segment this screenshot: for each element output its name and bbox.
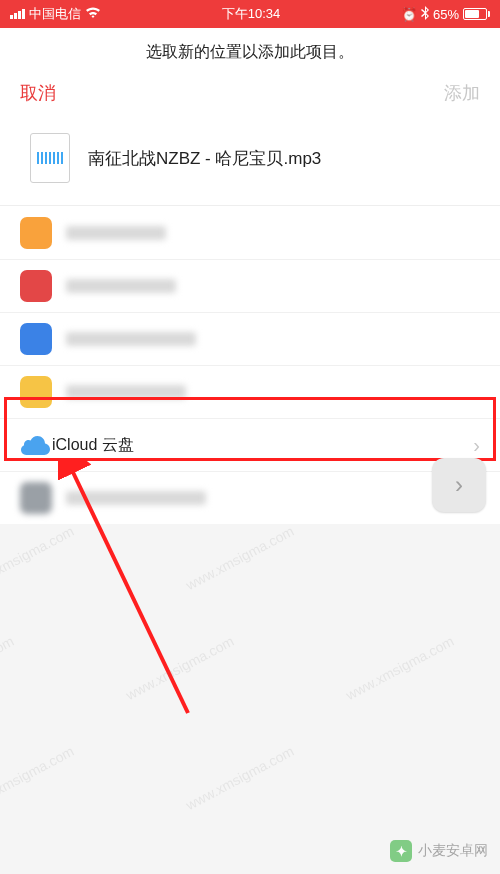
watermark-diagonal: www.xmsigma.com www.xmsigma.com www.xmsi…: [0, 520, 500, 814]
page-title: 选取新的位置以添加此项目。: [0, 28, 500, 73]
status-bar: 中国电信 下午10:34 ⏰ 65%: [0, 0, 500, 28]
battery-percent: 65%: [433, 7, 459, 22]
clock: 下午10:34: [222, 5, 281, 23]
watermark-brand: 小麦安卓网: [418, 842, 488, 860]
icloud-label: iCloud 云盘: [52, 435, 473, 456]
wifi-icon: [85, 7, 101, 22]
carrier-label: 中国电信: [29, 5, 81, 23]
alarm-icon: ⏰: [401, 7, 417, 22]
app-icon: [20, 323, 52, 355]
location-item-blurred[interactable]: [0, 471, 500, 524]
bluetooth-icon: [421, 6, 429, 23]
app-icon: [20, 270, 52, 302]
watermark-footer: ✦ 小麦安卓网: [390, 840, 488, 862]
signal-icon: [10, 9, 25, 19]
floating-action-button[interactable]: ›: [432, 458, 486, 512]
blurred-label: [66, 332, 196, 346]
add-button: 添加: [444, 81, 480, 105]
watermark-logo-icon: ✦: [390, 840, 412, 862]
cancel-button[interactable]: 取消: [20, 81, 56, 105]
blurred-label: [66, 385, 186, 399]
nav-bar: 取消 添加: [0, 73, 500, 121]
blurred-label: [66, 226, 166, 240]
location-item-icloud[interactable]: iCloud 云盘 ›: [0, 418, 500, 471]
app-icon: [20, 217, 52, 249]
icloud-icon: [20, 429, 52, 461]
location-item-blurred[interactable]: [0, 365, 500, 418]
audio-file-icon: [30, 133, 70, 183]
chevron-right-icon: ›: [473, 434, 480, 457]
file-name-label: 南征北战NZBZ - 哈尼宝贝.mp3: [88, 147, 321, 170]
file-preview: 南征北战NZBZ - 哈尼宝贝.mp3: [0, 121, 500, 206]
app-icon: [20, 376, 52, 408]
blurred-label: [66, 279, 176, 293]
chevron-right-icon: ›: [455, 471, 463, 499]
blurred-label: [66, 491, 206, 505]
app-icon: [20, 482, 52, 514]
battery-icon: [463, 8, 490, 20]
locations-list: iCloud 云盘 ›: [0, 206, 500, 524]
location-item-blurred[interactable]: [0, 312, 500, 365]
location-item-blurred[interactable]: [0, 206, 500, 259]
location-item-blurred[interactable]: [0, 259, 500, 312]
